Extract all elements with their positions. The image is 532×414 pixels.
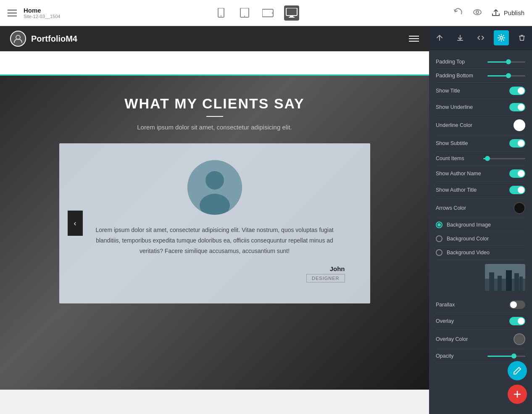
overlay-color-swatch[interactable]: [514, 333, 525, 345]
canvas: PortfolioM4 WHAT MY CLIENTS SAY Lorem ip…: [0, 26, 429, 414]
device-tablet-icon[interactable]: [237, 5, 252, 21]
download-tool[interactable]: [453, 30, 468, 45]
svg-point-1: [220, 15, 221, 16]
svg-rect-20: [506, 270, 512, 291]
hamburger-menu-icon[interactable]: [8, 10, 17, 16]
top-bar: Home Site-12-03__1504: [0, 0, 532, 26]
bg-image-thumbnail[interactable]: [485, 264, 525, 291]
testimonial-card: ‹ Lorem ipsum dolor sit amet, consectetu…: [59, 143, 370, 303]
svg-point-15: [500, 37, 503, 39]
bg-image-label: Background Image: [447, 222, 491, 228]
bg-color-row[interactable]: Background Color: [436, 232, 525, 246]
underline-color-label: Underline Color: [436, 122, 472, 128]
add-fab-button[interactable]: [508, 385, 527, 404]
svg-rect-21: [514, 273, 519, 291]
show-author-name-label: Show Author Name: [436, 171, 481, 177]
bg-image-row[interactable]: Background Image: [436, 218, 525, 232]
svg-rect-18: [489, 272, 494, 291]
top-bar-left: Home Site-12-03__1504: [8, 7, 60, 19]
brand-name: PortfolioM4: [31, 34, 77, 44]
count-items-label: Count Items: [436, 156, 464, 161]
count-items-slider[interactable]: [483, 158, 525, 159]
svg-rect-8: [289, 17, 295, 18]
parallax-label: Parallax: [436, 302, 455, 308]
parallax-row: Parallax: [436, 297, 525, 313]
preview-icon[interactable]: [471, 6, 483, 20]
site-title: Home: [24, 7, 60, 14]
padding-top-row: Padding Top: [436, 55, 525, 69]
show-title-label: Show Title: [436, 88, 460, 94]
show-underline-toggle[interactable]: [509, 103, 525, 111]
edit-fab-button[interactable]: [508, 361, 527, 380]
padding-top-label: Padding Top: [436, 59, 465, 65]
bg-color-radio[interactable]: [436, 235, 442, 242]
bg-video-label: Background Video: [447, 250, 490, 256]
show-underline-label: Show Underline: [436, 104, 473, 110]
show-title-row: Show Title: [436, 83, 525, 99]
hero-content: WHAT MY CLIENTS SAY Lorem ipsum dolor si…: [0, 74, 429, 303]
undo-icon[interactable]: [452, 6, 464, 20]
publish-button[interactable]: Publish: [491, 8, 524, 18]
underline-color-swatch[interactable]: [514, 119, 525, 131]
padding-bottom-row: Padding Bottom: [436, 69, 525, 83]
hero-underline: [206, 116, 223, 117]
brand: PortfolioM4: [10, 31, 77, 47]
padding-bottom-slider[interactable]: [487, 75, 525, 76]
show-title-toggle[interactable]: [509, 87, 525, 95]
bg-color-label: Background Color: [447, 236, 489, 242]
show-subtitle-toggle[interactable]: [509, 139, 525, 148]
overlay-toggle[interactable]: [509, 317, 525, 325]
svg-rect-19: [498, 276, 502, 291]
device-switcher: [213, 5, 299, 21]
brand-avatar: [10, 31, 26, 47]
overlay-label: Overlay: [436, 318, 454, 324]
panel-body: Padding Top Padding Bottom Show Title: [429, 50, 532, 414]
svg-point-13: [205, 171, 224, 190]
bg-image-radio[interactable]: [436, 222, 442, 228]
white-strip: [0, 51, 429, 74]
right-panel: Padding Top Padding Bottom Show Title: [429, 26, 532, 414]
move-up-tool[interactable]: [432, 30, 447, 45]
show-underline-row: Show Underline: [436, 99, 525, 116]
show-author-name-toggle[interactable]: [509, 169, 525, 178]
bg-video-radio[interactable]: [436, 249, 442, 256]
hero-section: WHAT MY CLIENTS SAY Lorem ipsum dolor si…: [0, 74, 429, 390]
svg-point-9: [474, 10, 481, 15]
svg-rect-7: [290, 16, 293, 17]
testimonial-author-name: John: [330, 265, 345, 272]
code-tool[interactable]: [473, 30, 488, 45]
testimonial-avatar: [187, 160, 242, 215]
svg-rect-22: [519, 277, 523, 291]
device-tablet-landscape-icon[interactable]: [261, 5, 276, 21]
show-author-name-row: Show Author Name: [436, 166, 525, 182]
opacity-label: Opacity: [436, 353, 453, 359]
carousel-prev-button[interactable]: ‹: [68, 211, 83, 236]
bg-image-thumbnail-wrapper: [436, 260, 525, 297]
testimonial-text: Lorem ipsum dolor sit amet, consectetur …: [84, 225, 345, 257]
underline-color-row: Underline Color: [436, 116, 525, 135]
settings-tool[interactable]: [494, 30, 509, 45]
hero-title: WHAT MY CLIENTS SAY: [124, 95, 304, 112]
overlay-color-label: Overlay Color: [436, 336, 468, 342]
padding-top-slider[interactable]: [487, 61, 525, 63]
panel-toolbar: [429, 26, 532, 50]
main-area: PortfolioM4 WHAT MY CLIENTS SAY Lorem ip…: [0, 26, 532, 414]
svg-rect-4: [262, 9, 273, 17]
device-desktop-icon[interactable]: [284, 5, 299, 21]
delete-tool[interactable]: [514, 30, 529, 45]
show-subtitle-row: Show Subtitle: [436, 135, 525, 152]
arrows-color-row: Arrows Color: [436, 198, 525, 218]
svg-point-10: [476, 11, 479, 13]
testimonial-author-role: DESIGNER: [306, 274, 345, 282]
show-author-title-toggle[interactable]: [509, 186, 525, 194]
opacity-slider[interactable]: [487, 356, 525, 357]
bottom-actions: [508, 361, 527, 404]
device-mobile-icon[interactable]: [213, 5, 229, 21]
arrows-color-swatch[interactable]: [514, 202, 525, 214]
count-items-row: Count Items: [436, 152, 525, 166]
nav-hamburger-icon[interactable]: [409, 36, 419, 42]
show-author-title-row: Show Author Title: [436, 182, 525, 198]
parallax-toggle[interactable]: [509, 301, 525, 309]
bg-video-row[interactable]: Background Video: [436, 246, 525, 260]
svg-point-3: [244, 16, 245, 16]
